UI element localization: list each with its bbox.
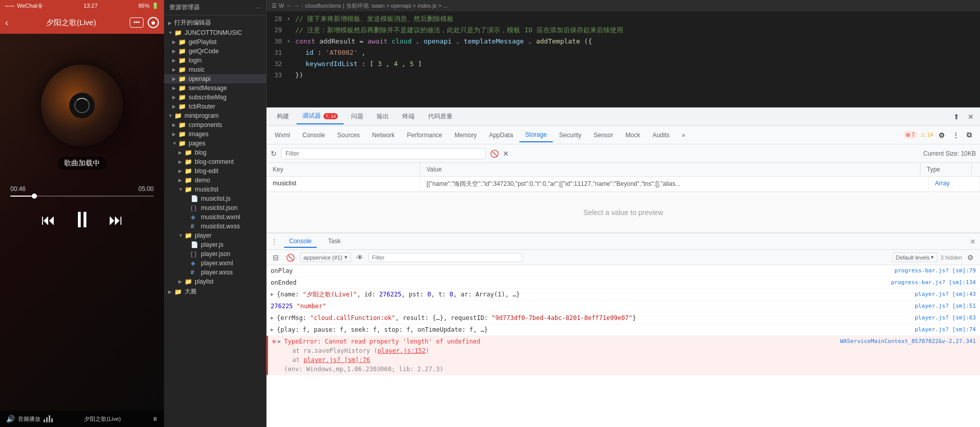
tree-item[interactable]: ◈musiclist.wxml	[164, 212, 266, 222]
tree-item-musiclist[interactable]: ▼📁musiclist	[164, 185, 266, 194]
tree-item-player[interactable]: ▼📁player	[164, 231, 266, 240]
tab-appdata[interactable]: AppData	[483, 129, 519, 142]
tree-item[interactable]: ▶📁blog-edit	[164, 166, 266, 176]
collapse-arrow-28[interactable]: ▾	[287, 13, 295, 25]
tree-item[interactable]: { }musiclist.json	[164, 203, 266, 212]
expand-arrow-1[interactable]: ▶	[271, 290, 274, 299]
expand-arrow-2[interactable]: ▶	[271, 313, 274, 323]
root-folder[interactable]: ▼ 📁 JUNCOTTONMUSIC	[164, 28, 266, 37]
prev-button[interactable]: ⏮	[41, 211, 55, 228]
back-button[interactable]: ‹	[5, 17, 8, 28]
source-obj1[interactable]: player.js? [sm]:43	[915, 290, 976, 299]
clear-icon[interactable]: ✕	[503, 150, 509, 158]
progress-bar[interactable]	[10, 196, 154, 197]
settings-icon[interactable]: ⚙	[936, 129, 947, 141]
tab-more[interactable]: »	[676, 129, 691, 142]
storage-row-musiclist[interactable]: musiclist [{"name":"海阔天空","id":347230,"p…	[267, 177, 980, 191]
source-error[interactable]: WAServiceMainContext_85787022&v-2,27.341	[840, 337, 976, 346]
tab-audits[interactable]: Audits	[646, 129, 676, 142]
tree-item[interactable]: ▶📁getPlaylist	[164, 37, 266, 47]
console-tab-console[interactable]: Console	[284, 236, 317, 248]
eye-icon[interactable]: 👁	[354, 251, 365, 264]
tree-item[interactable]: ▶📁components	[164, 120, 266, 130]
tab-network[interactable]: Network	[366, 129, 401, 142]
tree-item[interactable]: ▶📁subscribeMsg	[164, 93, 266, 102]
tab-terminal[interactable]: 终端	[396, 109, 421, 124]
tab-output[interactable]: 输出	[371, 109, 395, 124]
album-inner	[69, 93, 95, 118]
tab-sources[interactable]: Sources	[331, 129, 366, 142]
tab-storage[interactable]: Storage	[519, 128, 553, 142]
undock-icon[interactable]: ⧉	[965, 129, 974, 141]
tree-item[interactable]: ▶📁music	[164, 65, 266, 74]
collapse-arrow-30[interactable]: ▾	[287, 36, 295, 47]
log-level-selector[interactable]: Default levels ▾	[892, 252, 937, 262]
console-settings-icon[interactable]: ⚙	[965, 251, 976, 264]
console-tab-task[interactable]: Task	[323, 236, 346, 248]
wxml-icon: ◈	[191, 260, 199, 267]
tree-item-openapi[interactable]: ▶📁openapi	[164, 74, 266, 83]
expand-arrow-3[interactable]: ▶	[271, 325, 274, 334]
source-onplay[interactable]: progress-bar.js? [sm]:79	[894, 266, 976, 275]
close-devtools-icon[interactable]: ✕	[966, 111, 976, 123]
tree-item[interactable]: ▶📁blog	[164, 148, 266, 157]
record-button[interactable]: ⏺	[148, 17, 159, 28]
tab-debugger[interactable]: 调试器 7, 14	[296, 109, 344, 124]
console-filter-input[interactable]	[369, 253, 522, 262]
tree-item[interactable]: { }player.json	[164, 249, 266, 259]
breadcrumb-forward[interactable]: →	[294, 3, 299, 9]
tree-item[interactable]: #player.wxss	[164, 268, 266, 277]
open-editors-section[interactable]: ▶ 打开的编辑器	[164, 17, 266, 28]
filetree-actions[interactable]: ···	[256, 4, 261, 11]
tab-issues[interactable]: 问题	[345, 109, 370, 124]
tree-item[interactable]: ▶📁blog-comment	[164, 157, 266, 166]
tab-build[interactable]: 构建	[271, 109, 295, 124]
console-dock-icon[interactable]: ⊟	[271, 251, 281, 264]
tab-quality[interactable]: 代码质量	[422, 109, 459, 124]
tab-mock[interactable]: Mock	[619, 129, 646, 142]
tab-wxml[interactable]: Wxml	[269, 129, 296, 142]
tree-item[interactable]: ◈player.wxml	[164, 259, 266, 268]
tree-item[interactable]: ▶📁tcbRouter	[164, 102, 266, 111]
tree-item[interactable]: ▶📁login	[164, 56, 266, 65]
tree-item-pages[interactable]: ▼📁pages	[164, 139, 266, 148]
pause-button[interactable]: ⏸	[71, 207, 93, 232]
tree-item[interactable]: ▶📁sendMessage	[164, 83, 266, 93]
tree-item[interactable]: #musiclist.wxss	[164, 222, 266, 231]
next-button[interactable]: ⏭	[109, 211, 123, 228]
clear-storage-button[interactable]: 🚫	[490, 150, 499, 158]
tree-item-miniprogram[interactable]: ▼📁miniprogram	[164, 111, 266, 120]
folder-icon: 📁	[178, 140, 187, 147]
source-num[interactable]: player.js? [sm]:51	[915, 302, 976, 311]
tree-item[interactable]: 📄player.js	[164, 240, 266, 249]
tree-item[interactable]: ▶📁images	[164, 130, 266, 139]
tree-item[interactable]: 📄musiclist.js	[164, 194, 266, 203]
source-obj3[interactable]: player.js? [sm]:74	[915, 325, 976, 334]
source-onended[interactable]: progress-bar.js? [sm]:134	[891, 278, 976, 287]
service-selector[interactable]: appservice (#1) ▾	[300, 252, 351, 262]
tab-sensor[interactable]: Sensor	[587, 129, 619, 142]
more-icon[interactable]: ⋮	[950, 129, 962, 141]
storage-filter-input[interactable]	[281, 148, 486, 159]
tab-console[interactable]: Console	[296, 129, 331, 142]
tab-memory[interactable]: Memory	[448, 129, 483, 142]
console-close-button[interactable]: ✕	[970, 238, 976, 246]
breadcrumb-back[interactable]: ←	[286, 3, 292, 9]
more-button[interactable]: •••	[130, 17, 144, 28]
breadcrumb-hamburger[interactable]: ☰	[272, 3, 277, 9]
tree-item-dasan[interactable]: ▶📁大酱	[164, 286, 266, 297]
tab-security[interactable]: Security	[553, 129, 587, 142]
tab-performance[interactable]: Performance	[401, 129, 448, 142]
battery-label: 86%	[138, 3, 150, 9]
expand-error-arrow[interactable]: ▶	[278, 337, 281, 346]
code-line-33: 33 })	[267, 70, 980, 81]
maximize-icon[interactable]: ⬆	[951, 111, 962, 123]
tree-item-playlist[interactable]: ▶📁playlist	[164, 277, 266, 286]
pause-mini-button[interactable]: ⏸	[152, 416, 158, 422]
tree-item[interactable]: ▶📁getQrCode	[164, 47, 266, 56]
refresh-button[interactable]: ↻	[271, 150, 277, 158]
source-obj2[interactable]: player.js? [sm]:63	[915, 313, 976, 323]
console-ban-icon[interactable]: 🚫	[284, 251, 297, 264]
tree-item[interactable]: ▶📁demo	[164, 176, 266, 185]
console-drag-handle[interactable]: ⋮	[271, 238, 278, 246]
